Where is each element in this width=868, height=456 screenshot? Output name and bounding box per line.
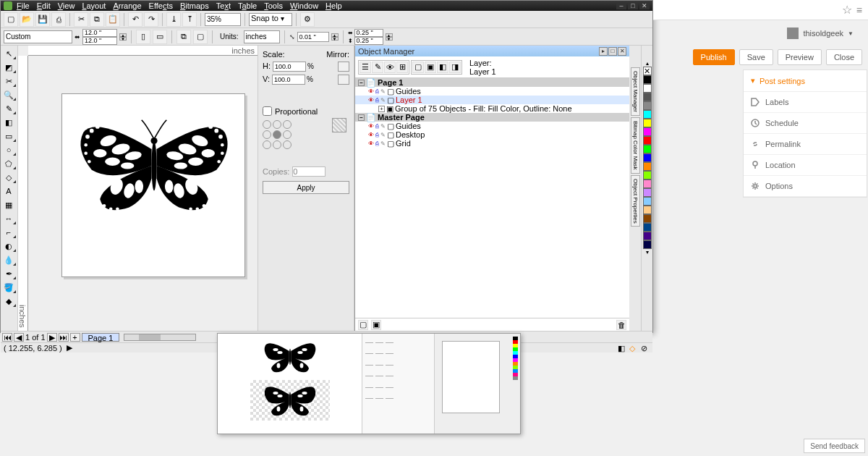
color-swatch[interactable] [643, 171, 652, 180]
color-swatch[interactable] [643, 145, 652, 153]
color-swatch[interactable] [643, 119, 652, 127]
nudge-input[interactable] [297, 32, 329, 42]
schedule-item[interactable]: Schedule [744, 113, 867, 134]
page-tab[interactable]: Page 1 [82, 333, 120, 342]
interactive-fill-icon[interactable]: ◆ [1, 295, 17, 308]
copies-input[interactable] [292, 166, 326, 177]
menu-help[interactable]: Help [326, 1, 342, 10]
color-swatch[interactable] [643, 197, 652, 206]
docker-tab[interactable]: Object Manager [631, 67, 640, 116]
zoom-tool-icon[interactable]: 🔍 [1, 88, 17, 101]
docker-collapse-icon[interactable]: □ [608, 47, 617, 56]
docker-tab[interactable]: Object Properties [631, 175, 640, 227]
tree-row[interactable]: 👁⎙✎ ▢ Grid [355, 139, 629, 148]
close-button[interactable]: ✕ [639, 2, 650, 9]
polygon-tool-icon[interactable]: ⬠ [1, 157, 17, 170]
page-height-input[interactable] [82, 37, 117, 45]
menu-effects[interactable]: Effects [149, 1, 173, 10]
dim-spinner[interactable]: ▲▼ [119, 33, 127, 41]
color-swatch[interactable] [643, 180, 652, 188]
cut-icon[interactable]: ✂ [74, 12, 88, 27]
options-icon[interactable]: ⚙ [300, 12, 315, 27]
browser-menu-icon[interactable]: ≡ [856, 4, 862, 16]
freehand-tool-icon[interactable]: ✎ [1, 102, 17, 115]
zoom-select[interactable] [205, 13, 241, 26]
next-page-button[interactable]: ▶ [47, 333, 57, 342]
layer-view-icon[interactable]: 👁 [384, 62, 396, 73]
export-icon[interactable]: ⤒ [182, 12, 197, 27]
tree-row[interactable]: − 📄 Page 1 [355, 78, 629, 87]
crop-tool-icon[interactable]: ✂ [1, 75, 17, 88]
basic-shapes-icon[interactable]: ◇ [1, 171, 17, 184]
tree-row[interactable]: 👁⎙✎ ▢ Guides [355, 87, 629, 96]
palette-down-icon[interactable]: ▾ [646, 249, 649, 256]
print-icon[interactable]: ⎙ [51, 12, 66, 27]
color-swatch[interactable] [643, 136, 652, 145]
color-swatch[interactable] [643, 206, 652, 214]
add-page-button[interactable]: + [70, 333, 80, 342]
apply-button[interactable]: Apply [263, 181, 349, 194]
prev-page-button[interactable]: ◀ [14, 333, 24, 342]
color-swatch[interactable] [643, 101, 652, 110]
new-layer-icon[interactable]: ▢ [358, 320, 368, 330]
color-swatch[interactable] [643, 84, 652, 93]
post-settings-header[interactable]: ▾ Post settings [744, 70, 867, 92]
save-icon[interactable]: 💾 [35, 12, 50, 27]
options-item[interactable]: Options [744, 176, 867, 197]
scale-v-input[interactable] [272, 75, 305, 85]
table-tool-icon[interactable]: ▦ [1, 198, 17, 211]
eyedropper-icon[interactable]: 💧 [1, 253, 17, 266]
fill-indicator-icon[interactable]: ◧ [618, 344, 626, 352]
pick-tool-icon[interactable]: ↖ [1, 47, 17, 60]
units-select[interactable] [244, 30, 280, 43]
menu-file[interactable]: FFileile [17, 1, 30, 10]
color-swatch[interactable] [643, 223, 652, 232]
om-btn4-icon[interactable]: ◨ [449, 62, 461, 73]
h-scrollbar[interactable] [124, 334, 196, 341]
open-icon[interactable]: 📂 [20, 12, 34, 27]
mirror-h-button[interactable] [338, 62, 349, 72]
outline-tool-icon[interactable]: ✒ [1, 267, 17, 280]
ellipse-tool-icon[interactable]: ○ [1, 143, 17, 156]
effects-tool-icon[interactable]: ◐ [1, 240, 17, 253]
delete-icon[interactable]: 🗑 [616, 320, 626, 330]
new-icon[interactable]: ▢ [4, 12, 18, 27]
publish-button[interactable]: Publish [693, 49, 735, 65]
color-swatch[interactable] [643, 188, 652, 197]
menu-arrange[interactable]: Arrange [113, 1, 141, 10]
current-page-icon[interactable]: ▢ [193, 30, 208, 44]
menu-text[interactable]: Text [216, 1, 231, 10]
close-button-blogger[interactable]: Close [826, 49, 862, 65]
om-btn3-icon[interactable]: ◧ [437, 62, 448, 73]
color-swatch[interactable] [643, 232, 652, 240]
smart-fill-icon[interactable]: ◧ [1, 116, 17, 129]
mirror-v-button[interactable] [338, 75, 349, 85]
menu-bitmaps[interactable]: Bitmaps [180, 1, 209, 10]
snap-select[interactable]: Snap to ▾ [249, 13, 292, 26]
last-page-button[interactable]: ⏭ [59, 333, 69, 342]
text-tool-icon[interactable]: A [1, 185, 17, 198]
new-master-icon[interactable]: ▣ [371, 320, 381, 330]
object-tree[interactable]: − 📄 Page 1👁⎙✎ ▢ Guides👁⎙✎ ▢ Layer 1+ ▣ G… [355, 78, 629, 318]
om-btn2-icon[interactable]: ▣ [425, 62, 436, 73]
page-size-select[interactable] [4, 30, 72, 43]
color-swatch[interactable] [643, 162, 652, 171]
tree-row[interactable]: − 📄 Master Page [355, 113, 629, 122]
scale-h-input[interactable] [273, 62, 306, 72]
user-dropdown-icon[interactable]: ▼ [848, 30, 854, 37]
maximize-button[interactable]: □ [628, 2, 638, 9]
color-swatch[interactable] [643, 127, 652, 136]
nudge-spinner[interactable]: ▲▼ [331, 33, 339, 41]
color-swatch[interactable] [643, 240, 652, 249]
rectangle-tool-icon[interactable]: ▭ [1, 130, 17, 143]
tree-row[interactable]: 👁⎙✎ ▢ Guides [355, 122, 629, 130]
dimension-tool-icon[interactable]: ↔ [1, 212, 17, 225]
docker-close-icon[interactable]: ✕ [618, 47, 626, 56]
copy-icon[interactable]: ⧉ [90, 12, 104, 27]
proportional-checkbox[interactable] [263, 106, 272, 116]
undo-icon[interactable]: ↶ [128, 12, 142, 27]
save-button[interactable]: Save [739, 49, 773, 65]
redo-icon[interactable]: ↷ [144, 12, 158, 27]
expand-icon[interactable]: ⊞ [396, 62, 408, 73]
edit-layers-icon[interactable]: ✎ [372, 62, 383, 73]
